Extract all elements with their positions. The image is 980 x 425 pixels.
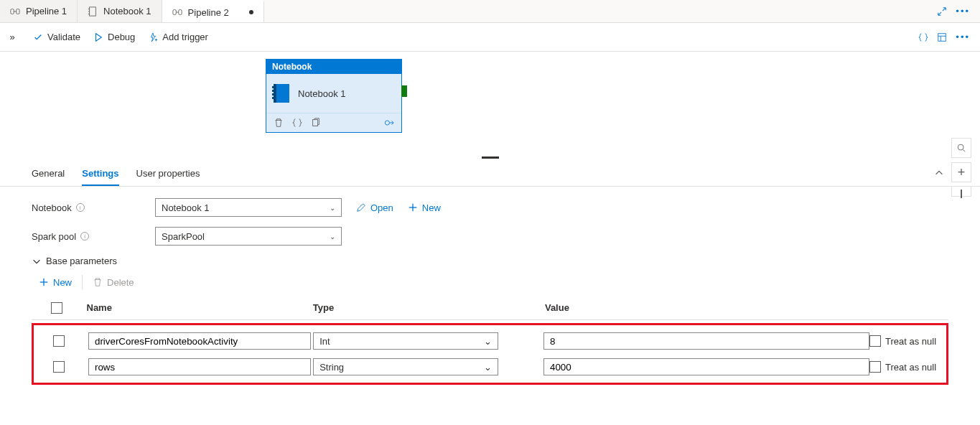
expand-icon[interactable] [937,6,947,17]
row-checkbox[interactable] [53,335,65,347]
zoom-bar[interactable] [951,187,971,197]
svg-rect-3 [90,6,96,15]
editor-tabs: Pipeline 1 Notebook 1 Pipeline 2 ••• [0,0,980,23]
notebook-icon [88,6,98,17]
svg-line-18 [963,150,966,152]
braces-icon[interactable] [918,32,928,42]
settings-panel: Notebook i Notebook 1 ⌄ Open New Spark p… [0,187,980,396]
svg-rect-8 [178,10,181,15]
unsaved-dot-icon [249,10,253,14]
tab-label: Pipeline 2 [188,7,229,18]
search-button[interactable] [951,138,971,158]
pipeline-icon [10,6,20,17]
svg-rect-15 [313,120,318,126]
plus-icon [39,277,49,287]
svg-point-16 [385,121,389,125]
chevron-up-icon[interactable] [934,168,948,186]
table-row: Int⌄ Treat as null [34,328,946,354]
success-connector[interactable] [401,85,407,97]
arrow-right-circle-icon[interactable] [384,118,394,128]
tab-settings[interactable]: Settings [82,168,118,186]
parameters-table: Name Type Value Int⌄ Treat as null Strin… [32,296,948,385]
svg-rect-0 [11,9,14,14]
svg-rect-1 [17,9,19,14]
chevron-down-icon: ⌄ [484,362,492,373]
toolbar: » Validate Debug Add trigger ••• [0,23,980,52]
debug-button[interactable]: Debug [93,32,135,42]
highlighted-rows: Int⌄ Treat as null String⌄ Treat as null [32,323,948,385]
collapse-sidebar-icon[interactable]: » [0,32,24,42]
table-row: String⌄ Treat as null [34,354,946,380]
tab-notebook1[interactable]: Notebook 1 [78,0,162,22]
braces-icon[interactable] [292,118,302,128]
new-button[interactable]: New [408,202,441,213]
col-header-value: Value [545,302,871,314]
chevron-down-icon: ⌄ [484,336,492,347]
add-trigger-button[interactable]: Add trigger [148,32,208,42]
open-button[interactable]: Open [356,202,393,213]
new-parameter-button[interactable]: New [39,277,72,288]
svg-point-17 [958,144,963,150]
pipeline-icon [172,7,182,17]
spark-pool-label: Spark pool i [32,231,155,242]
param-value-input[interactable] [543,332,869,350]
col-header-name: Name [83,302,313,314]
activity-header: Notebook [266,60,401,74]
svg-rect-7 [172,10,175,15]
tab-pipeline1[interactable]: Pipeline 1 [0,0,78,22]
play-icon [93,32,103,42]
row-checkbox[interactable] [53,361,65,373]
panel-tabs: General Settings User properties [0,161,980,187]
treat-null-checkbox[interactable] [869,361,881,373]
activity-title: Notebook 1 [298,88,346,99]
col-header-type: Type [313,302,545,314]
edit-icon [356,202,366,212]
svg-rect-12 [938,33,946,41]
spark-pool-select[interactable]: SparkPool ⌄ [155,227,342,246]
zoom-in-button[interactable]: + [951,162,971,182]
notebook-label: Notebook i [32,202,155,213]
info-icon[interactable]: i [80,232,89,240]
validate-button[interactable]: Validate [33,32,80,42]
chevron-down-icon: ⌄ [330,233,335,240]
treat-null-checkbox[interactable] [869,335,881,347]
tab-general[interactable]: General [32,168,65,186]
more-icon[interactable]: ••• [956,32,970,42]
tab-user-properties[interactable]: User properties [136,168,200,186]
more-icon[interactable]: ••• [956,6,970,17]
chevron-down-icon: ⌄ [330,204,335,212]
tab-label: Notebook 1 [103,6,151,17]
copy-icon[interactable] [311,118,321,128]
notebook-select[interactable]: Notebook 1 ⌄ [155,198,342,217]
properties-icon[interactable] [937,32,947,42]
param-type-select[interactable]: Int⌄ [313,332,498,350]
trigger-icon [148,32,158,42]
plus-icon [408,202,418,212]
check-icon [33,32,43,42]
delete-parameter-button[interactable]: Delete [93,277,134,288]
tab-pipeline2[interactable]: Pipeline 2 [162,0,264,22]
select-all-checkbox[interactable] [51,302,62,314]
trash-icon [93,277,103,287]
param-name-input[interactable] [88,332,311,350]
param-type-select[interactable]: String⌄ [313,358,498,375]
search-icon [956,143,966,153]
chevron-down-icon [32,256,42,266]
base-parameters-toggle[interactable]: Base parameters [32,256,948,266]
info-icon[interactable]: i [76,203,85,212]
notebook-icon [274,84,289,103]
pipeline-canvas[interactable]: Notebook Notebook 1 + [0,52,980,158]
param-name-input[interactable] [88,358,311,375]
tab-label: Pipeline 1 [26,6,67,17]
trash-icon[interactable] [274,118,284,128]
param-value-input[interactable] [543,358,869,375]
activity-notebook[interactable]: Notebook Notebook 1 [266,59,402,133]
